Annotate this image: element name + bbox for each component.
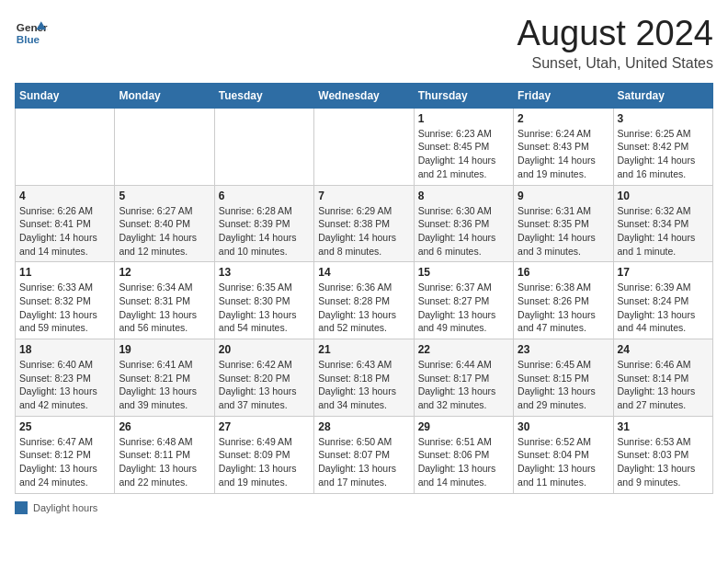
day-number: 27 bbox=[219, 420, 310, 433]
title-block: August 2024 Sunset, Utah, United States bbox=[518, 15, 713, 72]
day-info: Sunrise: 6:53 AM Sunset: 8:03 PM Dayligh… bbox=[618, 435, 709, 489]
calendar-cell bbox=[314, 108, 414, 185]
calendar-table: SundayMondayTuesdayWednesdayThursdayFrid… bbox=[15, 83, 713, 494]
calendar-cell: 5Sunrise: 6:27 AM Sunset: 8:40 PM Daylig… bbox=[115, 185, 214, 262]
day-info: Sunrise: 6:32 AM Sunset: 8:34 PM Dayligh… bbox=[618, 204, 709, 259]
calendar-cell bbox=[16, 108, 115, 185]
logo-icon: General Blue bbox=[15, 15, 48, 48]
day-number: 29 bbox=[418, 420, 509, 433]
page-header: General Blue August 2024 Sunset, Utah, U… bbox=[15, 15, 713, 72]
day-number: 7 bbox=[318, 190, 409, 202]
calendar-cell: 9Sunrise: 6:31 AM Sunset: 8:35 PM Daylig… bbox=[514, 185, 613, 262]
calendar-cell: 29Sunrise: 6:51 AM Sunset: 8:06 PM Dayli… bbox=[414, 416, 513, 493]
day-number: 21 bbox=[318, 343, 409, 356]
calendar-cell: 20Sunrise: 6:42 AM Sunset: 8:20 PM Dayli… bbox=[214, 339, 313, 417]
calendar-cell: 31Sunrise: 6:53 AM Sunset: 8:03 PM Dayli… bbox=[613, 416, 712, 493]
day-info: Sunrise: 6:52 AM Sunset: 8:04 PM Dayligh… bbox=[518, 435, 609, 489]
calendar-cell: 23Sunrise: 6:45 AM Sunset: 8:15 PM Dayli… bbox=[514, 339, 613, 417]
day-number: 20 bbox=[219, 343, 310, 356]
calendar-cell: 22Sunrise: 6:44 AM Sunset: 8:17 PM Dayli… bbox=[414, 339, 513, 417]
day-info: Sunrise: 6:39 AM Sunset: 8:24 PM Dayligh… bbox=[618, 281, 709, 335]
day-number: 8 bbox=[418, 190, 509, 202]
weekday-header-wednesday: Wednesday bbox=[314, 83, 414, 108]
day-number: 30 bbox=[518, 420, 609, 433]
calendar-cell: 7Sunrise: 6:29 AM Sunset: 8:38 PM Daylig… bbox=[314, 185, 414, 262]
day-info: Sunrise: 6:45 AM Sunset: 8:15 PM Dayligh… bbox=[518, 358, 609, 412]
day-number: 15 bbox=[418, 266, 509, 279]
day-number: 26 bbox=[119, 420, 210, 433]
calendar-cell: 30Sunrise: 6:52 AM Sunset: 8:04 PM Dayli… bbox=[514, 416, 613, 493]
weekday-header-row: SundayMondayTuesdayWednesdayThursdayFrid… bbox=[16, 83, 713, 108]
day-number: 22 bbox=[418, 343, 509, 356]
calendar-week-5: 25Sunrise: 6:47 AM Sunset: 8:12 PM Dayli… bbox=[16, 416, 713, 493]
calendar-cell bbox=[115, 108, 214, 185]
calendar-cell: 26Sunrise: 6:48 AM Sunset: 8:11 PM Dayli… bbox=[115, 416, 214, 493]
day-info: Sunrise: 6:40 AM Sunset: 8:23 PM Dayligh… bbox=[19, 358, 110, 412]
day-number: 3 bbox=[618, 112, 709, 125]
svg-text:Blue: Blue bbox=[17, 33, 40, 45]
day-info: Sunrise: 6:36 AM Sunset: 8:28 PM Dayligh… bbox=[318, 281, 409, 335]
day-info: Sunrise: 6:25 AM Sunset: 8:42 PM Dayligh… bbox=[618, 127, 709, 181]
day-info: Sunrise: 6:24 AM Sunset: 8:43 PM Dayligh… bbox=[518, 127, 609, 181]
calendar-cell: 19Sunrise: 6:41 AM Sunset: 8:21 PM Dayli… bbox=[115, 339, 214, 417]
legend-label: Daylight hours bbox=[33, 502, 97, 513]
day-number: 31 bbox=[618, 420, 709, 433]
day-number: 2 bbox=[518, 112, 609, 125]
calendar-week-2: 4Sunrise: 6:26 AM Sunset: 8:41 PM Daylig… bbox=[16, 185, 713, 262]
calendar-cell: 16Sunrise: 6:38 AM Sunset: 8:26 PM Dayli… bbox=[514, 262, 613, 339]
calendar-cell: 17Sunrise: 6:39 AM Sunset: 8:24 PM Dayli… bbox=[613, 262, 712, 339]
day-info: Sunrise: 6:34 AM Sunset: 8:31 PM Dayligh… bbox=[119, 281, 210, 335]
calendar-cell: 1Sunrise: 6:23 AM Sunset: 8:45 PM Daylig… bbox=[414, 108, 513, 185]
calendar-week-4: 18Sunrise: 6:40 AM Sunset: 8:23 PM Dayli… bbox=[16, 339, 713, 417]
weekday-header-saturday: Saturday bbox=[613, 83, 712, 108]
day-info: Sunrise: 6:37 AM Sunset: 8:27 PM Dayligh… bbox=[418, 281, 509, 335]
calendar-cell: 27Sunrise: 6:49 AM Sunset: 8:09 PM Dayli… bbox=[214, 416, 313, 493]
weekday-header-friday: Friday bbox=[514, 83, 613, 108]
calendar-cell: 28Sunrise: 6:50 AM Sunset: 8:07 PM Dayli… bbox=[314, 416, 414, 493]
day-info: Sunrise: 6:38 AM Sunset: 8:26 PM Dayligh… bbox=[518, 281, 609, 335]
legend-box bbox=[15, 501, 28, 514]
day-info: Sunrise: 6:29 AM Sunset: 8:38 PM Dayligh… bbox=[318, 204, 409, 259]
day-info: Sunrise: 6:46 AM Sunset: 8:14 PM Dayligh… bbox=[618, 358, 709, 412]
calendar-cell: 18Sunrise: 6:40 AM Sunset: 8:23 PM Dayli… bbox=[16, 339, 115, 417]
day-number: 12 bbox=[119, 266, 210, 279]
weekday-header-tuesday: Tuesday bbox=[214, 83, 313, 108]
calendar-cell: 13Sunrise: 6:35 AM Sunset: 8:30 PM Dayli… bbox=[214, 262, 313, 339]
day-info: Sunrise: 6:31 AM Sunset: 8:35 PM Dayligh… bbox=[518, 204, 609, 259]
calendar-cell: 21Sunrise: 6:43 AM Sunset: 8:18 PM Dayli… bbox=[314, 339, 414, 417]
legend: Daylight hours bbox=[15, 501, 713, 514]
day-number: 17 bbox=[618, 266, 709, 279]
day-number: 9 bbox=[518, 190, 609, 202]
day-number: 13 bbox=[219, 266, 310, 279]
day-info: Sunrise: 6:33 AM Sunset: 8:32 PM Dayligh… bbox=[19, 281, 110, 335]
calendar-subtitle: Sunset, Utah, United States bbox=[518, 55, 713, 72]
day-info: Sunrise: 6:48 AM Sunset: 8:11 PM Dayligh… bbox=[119, 435, 210, 489]
weekday-header-thursday: Thursday bbox=[414, 83, 513, 108]
calendar-cell bbox=[214, 108, 313, 185]
day-info: Sunrise: 6:44 AM Sunset: 8:17 PM Dayligh… bbox=[418, 358, 509, 412]
day-number: 16 bbox=[518, 266, 609, 279]
day-number: 18 bbox=[19, 343, 110, 356]
calendar-cell: 2Sunrise: 6:24 AM Sunset: 8:43 PM Daylig… bbox=[514, 108, 613, 185]
logo: General Blue bbox=[15, 15, 48, 48]
day-info: Sunrise: 6:42 AM Sunset: 8:20 PM Dayligh… bbox=[219, 358, 310, 412]
day-number: 1 bbox=[418, 112, 509, 125]
day-info: Sunrise: 6:41 AM Sunset: 8:21 PM Dayligh… bbox=[119, 358, 210, 412]
calendar-week-3: 11Sunrise: 6:33 AM Sunset: 8:32 PM Dayli… bbox=[16, 262, 713, 339]
calendar-cell: 8Sunrise: 6:30 AM Sunset: 8:36 PM Daylig… bbox=[414, 185, 513, 262]
calendar-cell: 25Sunrise: 6:47 AM Sunset: 8:12 PM Dayli… bbox=[16, 416, 115, 493]
calendar-cell: 24Sunrise: 6:46 AM Sunset: 8:14 PM Dayli… bbox=[613, 339, 712, 417]
calendar-cell: 12Sunrise: 6:34 AM Sunset: 8:31 PM Dayli… bbox=[115, 262, 214, 339]
calendar-cell: 3Sunrise: 6:25 AM Sunset: 8:42 PM Daylig… bbox=[613, 108, 712, 185]
day-number: 11 bbox=[19, 266, 110, 279]
calendar-title: August 2024 bbox=[518, 15, 713, 53]
weekday-header-monday: Monday bbox=[115, 83, 214, 108]
day-info: Sunrise: 6:47 AM Sunset: 8:12 PM Dayligh… bbox=[19, 435, 110, 489]
calendar-week-1: 1Sunrise: 6:23 AM Sunset: 8:45 PM Daylig… bbox=[16, 108, 713, 185]
day-info: Sunrise: 6:51 AM Sunset: 8:06 PM Dayligh… bbox=[418, 435, 509, 489]
calendar-cell: 11Sunrise: 6:33 AM Sunset: 8:32 PM Dayli… bbox=[16, 262, 115, 339]
calendar-cell: 15Sunrise: 6:37 AM Sunset: 8:27 PM Dayli… bbox=[414, 262, 513, 339]
calendar-cell: 14Sunrise: 6:36 AM Sunset: 8:28 PM Dayli… bbox=[314, 262, 414, 339]
weekday-header-sunday: Sunday bbox=[16, 83, 115, 108]
calendar-cell: 10Sunrise: 6:32 AM Sunset: 8:34 PM Dayli… bbox=[613, 185, 712, 262]
